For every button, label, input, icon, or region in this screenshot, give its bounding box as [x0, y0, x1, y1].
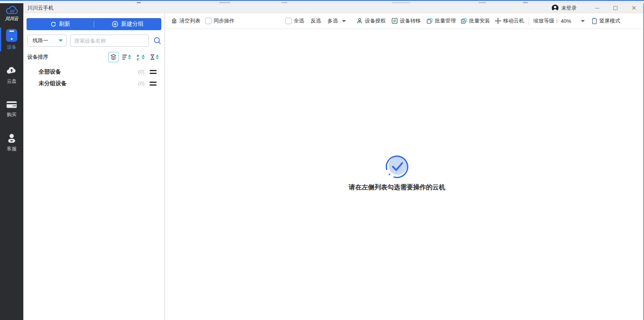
close-button[interactable]: ✕ — [625, 3, 643, 13]
sidebar-item-cloud-disk[interactable]: 云盘 — [0, 63, 23, 86]
window-title: 川川云手机 — [27, 4, 53, 12]
device-auth-label: 设备授权 — [365, 17, 386, 25]
clear-list-button[interactable]: 清空列表 — [171, 17, 200, 25]
sort-arrows — [128, 55, 131, 59]
zoom-level-control[interactable]: 缩放等级： 40% — [533, 17, 571, 25]
toolbar-separator — [529, 17, 529, 25]
maximize-icon — [613, 6, 617, 10]
minimize-icon — [595, 8, 599, 8]
portrait-mode-toggle[interactable]: 竖屏模式 — [591, 17, 620, 25]
sidebar-item-label: 购买 — [7, 111, 16, 118]
sync-operation-label: 同步操作 — [214, 17, 235, 25]
select-all-toggle[interactable]: 全选 — [285, 17, 304, 25]
select-all-checkbox[interactable] — [285, 18, 292, 24]
batch-install-button[interactable]: 批量安装 — [461, 17, 490, 25]
device-transfer-label: 设备转移 — [400, 17, 421, 25]
panel-action-bar: 刷新 新建分组 — [27, 18, 161, 30]
maximize-button[interactable] — [606, 3, 625, 13]
broom-icon — [171, 18, 177, 24]
sort-icons: A Z — [108, 52, 160, 62]
menu-icon[interactable] — [150, 70, 156, 74]
move-cloud-button[interactable]: 移动云机 — [495, 17, 524, 25]
portrait-icon — [591, 18, 597, 25]
chevron-down-icon[interactable] — [581, 20, 585, 22]
device-canvas: 请在左侧列表勾选需要操作的云机 — [165, 29, 642, 320]
group-name: 全部设备 — [39, 68, 61, 76]
move-cloud-label: 移动云机 — [503, 17, 524, 25]
close-icon: ✕ — [632, 4, 637, 12]
sidebar-item-purchase[interactable]: 购买 — [0, 97, 23, 120]
titlebar: 川川云手机 未登录 ✕ — [23, 3, 643, 13]
chevron-down-icon[interactable] — [342, 20, 346, 22]
login-status[interactable]: 未登录 — [562, 5, 577, 12]
refresh-label: 刷新 — [59, 21, 70, 28]
invert-select-button[interactable]: 反选 — [311, 17, 321, 25]
sync-operation-toggle[interactable]: 同步操作 — [205, 17, 235, 25]
batch-manage-icon — [426, 18, 433, 24]
sort-by-time-button[interactable] — [148, 52, 160, 62]
plus-circle-icon — [112, 21, 118, 27]
layer-sort-icon — [110, 53, 117, 61]
device-group-list: 全部设备 (0) 未分组设备 (0) — [23, 66, 165, 89]
sidebar-item-devices[interactable]: 设备 — [0, 27, 23, 52]
az-sort-icon: A Z — [136, 54, 141, 60]
group-row-ungrouped-devices[interactable]: 未分组设备 (0) — [23, 78, 165, 89]
sidebar-item-label: 客服 — [7, 146, 16, 152]
search-icon[interactable] — [153, 37, 161, 45]
multi-select-button[interactable]: 多选 — [327, 17, 338, 25]
move-icon — [495, 18, 501, 24]
logo-text: 川川云 — [5, 16, 19, 22]
screen: 川川云 设备 云盘 — [0, 0, 644, 320]
list-sort-icon — [122, 54, 127, 60]
new-group-button[interactable]: 新建分组 — [94, 18, 161, 30]
device-auth-button[interactable]: 设备授权 — [356, 17, 386, 25]
cloud-disk-icon — [6, 66, 18, 76]
search-row: 线路一 — [27, 35, 161, 47]
sort-by-list-button[interactable] — [121, 52, 133, 62]
sidebar-item-label: 云盘 — [7, 78, 16, 85]
sidebar: 川川云 设备 云盘 — [0, 3, 23, 320]
batch-manage-button[interactable]: 批量管理 — [426, 17, 456, 25]
chevron-down-icon — [59, 39, 63, 42]
minimize-button[interactable] — [588, 3, 606, 13]
purchase-icon — [6, 100, 18, 109]
sort-by-layer-button[interactable] — [108, 52, 119, 62]
sort-arrows — [142, 55, 145, 59]
background-window-strip — [0, 0, 644, 3]
batch-install-label: 批量安装 — [469, 17, 490, 25]
avatar-icon[interactable] — [551, 4, 559, 12]
group-count: (0) — [138, 80, 144, 86]
sort-by-name-button[interactable]: A Z — [135, 52, 146, 62]
device-icon — [6, 29, 17, 42]
svg-text:Z: Z — [137, 57, 139, 61]
portrait-mode-label: 竖屏模式 — [599, 17, 620, 25]
menu-icon[interactable] — [150, 82, 156, 86]
user-auth-icon — [356, 18, 363, 24]
refresh-button[interactable]: 刷新 — [27, 18, 94, 30]
new-group-label: 新建分组 — [121, 21, 144, 28]
multi-select-label: 多选 — [327, 17, 338, 25]
window-controls: ✕ — [588, 3, 643, 13]
device-panel: 刷新 新建分组 线路一 — [23, 13, 165, 320]
line-select[interactable]: 线路一 — [27, 35, 67, 47]
search-input[interactable] — [70, 35, 149, 47]
refresh-icon — [50, 21, 56, 27]
batch-install-icon — [461, 18, 467, 24]
device-transfer-button[interactable]: 设备转移 — [391, 17, 421, 25]
line-select-value: 线路一 — [33, 37, 48, 44]
time-sort-icon — [150, 54, 155, 60]
clear-list-label: 清空列表 — [179, 17, 200, 25]
cloud-logo-icon — [4, 5, 19, 16]
toolbar: 清空列表 同步操作 全选 反选 多选 — [165, 13, 642, 29]
group-row-all-devices[interactable]: 全部设备 (0) — [23, 66, 165, 78]
batch-manage-label: 批量管理 — [435, 17, 456, 25]
zoom-level-label: 缩放等级： — [533, 17, 560, 25]
sync-operation-checkbox[interactable] — [205, 18, 212, 24]
select-all-label: 全选 — [294, 17, 304, 25]
sort-row: 设备排序 — [27, 52, 160, 62]
sidebar-item-support[interactable]: 客服 — [0, 131, 23, 154]
titlebar-right: 未登录 ✕ — [551, 3, 644, 13]
active-indicator — [0, 27, 1, 51]
main-area: 清空列表 同步操作 全选 反选 多选 — [165, 13, 642, 320]
transfer-icon — [391, 18, 398, 24]
